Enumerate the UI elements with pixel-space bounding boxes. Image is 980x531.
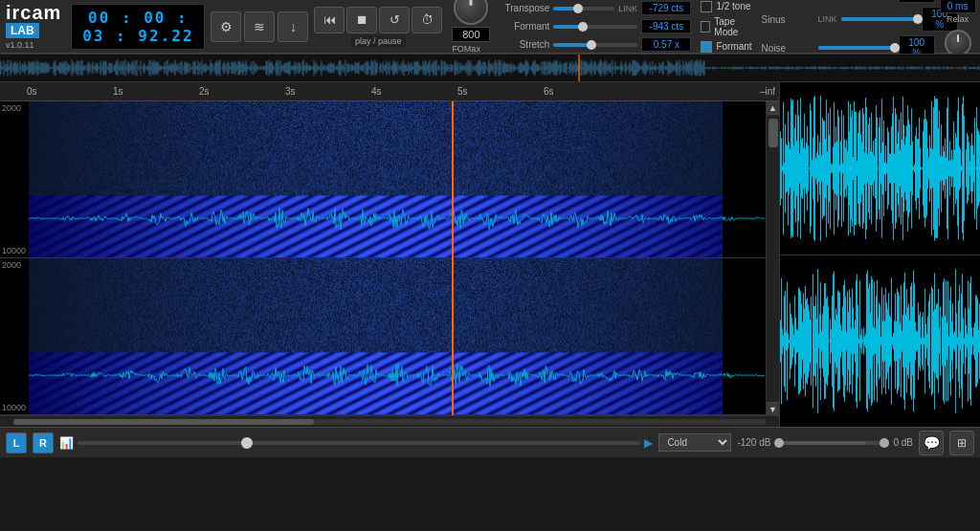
noise-track[interactable] (818, 46, 895, 50)
stop-button[interactable]: ⏹ (346, 7, 377, 33)
time-display: 00 : 00 : 03 : 92.22 (71, 4, 205, 50)
top-channel: 2000 10000 (0, 101, 766, 258)
db-left-thumb[interactable] (774, 438, 784, 448)
grid-button[interactable]: ⊞ (949, 431, 974, 455)
half-tone-label: 1/2 tone (716, 1, 750, 11)
formant-track[interactable] (553, 25, 637, 29)
formant-label: Formant (500, 21, 549, 32)
scroll-up-button[interactable]: ▲ (767, 101, 780, 115)
db-range: -120 dB 0 dB (737, 437, 913, 448)
relax-label: Relax (947, 14, 969, 24)
play-pause-label: play / pause (351, 35, 406, 47)
half-tone-checkbox[interactable] (701, 1, 712, 12)
db-right-label: 0 dB (893, 437, 913, 448)
loop-button[interactable]: ↺ (379, 7, 410, 33)
tick-2s: 2s (199, 86, 210, 97)
spectrograms[interactable]: 2000 10000 2000 10000 (0, 101, 766, 415)
db-right-thumb[interactable] (880, 438, 889, 448)
right-panel (779, 82, 980, 427)
sinus-label: Sinus (762, 14, 814, 25)
transpose-row: Transpose LINK -729 cts (500, 1, 691, 15)
tick-neg-inf: –inf (760, 86, 775, 97)
noise-label: Noise (762, 43, 814, 54)
scroll-down-button[interactable]: ▼ (767, 402, 780, 415)
bottom-scroll-thumb[interactable] (241, 437, 253, 449)
bottom-nav-area: 📊 ▶ (59, 436, 653, 450)
rewind-button[interactable]: ⏮ (314, 7, 345, 33)
sinus-link: LINK (818, 14, 837, 24)
right-bottom-channel (780, 254, 980, 427)
tick-3s: 3s (285, 86, 296, 97)
formant-checkbox-row: Formant (701, 41, 751, 53)
settings-button[interactable]: ⚙ (211, 11, 241, 42)
sinus-track[interactable] (841, 17, 918, 21)
half-tone-row: 1/2 tone (701, 1, 751, 12)
play-arrow-icon: ▶ (644, 436, 653, 450)
vertical-scrollbar[interactable]: ▲ ▼ (766, 101, 779, 415)
transport: ⏮ ⏹ ↺ ⏱ play / pause (314, 7, 442, 47)
stretch-value: 0.57 x (641, 37, 691, 52)
spec-canvas-bottom (0, 258, 766, 414)
logo-area: ircam LAB v1.0.11 (6, 3, 61, 50)
logo-text: ircam (6, 3, 61, 22)
timeline-area: 0s 1s 2s 3s 4s 5s 6s –inf 2000 10000 (0, 82, 779, 427)
right-waveform (780, 82, 980, 427)
sinus-row: Sinus LINK 100 % (762, 7, 934, 32)
timeline-ruler: 0s 1s 2s 3s 4s 5s 6s –inf (0, 82, 779, 101)
tick-0s: 0s (27, 86, 37, 97)
fomax-value[interactable]: 800 (452, 27, 490, 42)
logo-lab: LAB (6, 23, 39, 38)
transient-row: Transient 100 % (762, 0, 934, 3)
right-top-canvas (780, 82, 980, 254)
colormap-select[interactable]: Cold Hot Grayscale (658, 433, 731, 452)
waves-button[interactable]: ≋ (244, 11, 275, 42)
l-channel-button[interactable]: L (6, 432, 27, 454)
spec-scroll-container: 2000 10000 2000 10000 ▲ (0, 101, 779, 415)
db-track[interactable] (774, 441, 889, 445)
transport-buttons: ⏮ ⏹ ↺ ⏱ (314, 7, 442, 33)
overview-playhead (578, 55, 580, 81)
formant-value: -943 cts (641, 19, 691, 33)
horizontal-scrollbar[interactable] (0, 415, 779, 427)
relax-value: 0 ms (940, 0, 976, 13)
nav-icon: 📊 (59, 436, 74, 450)
bottom-channel: 2000 10000 (0, 258, 766, 415)
bottom-scroll-track[interactable] (78, 441, 640, 445)
sliders-panel: Transpose LINK -729 cts Formant -943 cts… (500, 1, 691, 52)
stretch-label: Stretch (500, 39, 549, 50)
tick-1s: 1s (113, 86, 123, 97)
tick-5s: 5s (457, 86, 468, 97)
formant-checkbox[interactable] (701, 41, 712, 53)
stretch-row: Stretch 0.57 x (500, 37, 691, 52)
bottom-bar: L R 📊 ▶ Cold Hot Grayscale -120 dB 0 dB … (0, 427, 980, 457)
h-scroll-thumb[interactable] (13, 419, 314, 425)
tick-4s: 4s (371, 86, 382, 97)
formant-check-label: Formant (716, 41, 751, 52)
overview-canvas (0, 55, 980, 81)
right-bottom-canvas (780, 255, 980, 427)
checkboxes-panel: 1/2 tone Tape Mode Formant (701, 1, 751, 53)
tape-mode-checkbox[interactable] (701, 21, 710, 33)
transpose-track[interactable] (553, 7, 614, 11)
fomax-knob[interactable] (454, 0, 488, 25)
chat-button[interactable]: 💬 (919, 431, 944, 455)
transpose-label: Transpose (500, 3, 549, 13)
r-channel-button[interactable]: R (33, 432, 54, 454)
scroll-thumb[interactable] (768, 119, 778, 147)
tick-6s: 6s (544, 86, 554, 97)
download-button[interactable]: ↓ (278, 11, 308, 42)
transpose-value: -729 cts (641, 1, 691, 15)
tape-mode-label: Tape Mode (714, 16, 751, 37)
tape-mode-row: Tape Mode (701, 16, 751, 37)
action-buttons: ⚙ ≋ ↓ (211, 11, 308, 42)
waveform-overview[interactable] (0, 54, 980, 82)
error-knob[interactable] (945, 30, 971, 56)
version-label: v1.0.11 (6, 40, 34, 50)
scroll-thumb-area (767, 115, 779, 402)
right-top-channel (780, 82, 980, 254)
transient-value: 100 % (899, 0, 935, 3)
stretch-track[interactable] (553, 43, 637, 47)
formant-row: Formant -943 cts (500, 19, 691, 33)
record-button[interactable]: ⏱ (412, 7, 442, 33)
main-area: 0s 1s 2s 3s 4s 5s 6s –inf 2000 10000 (0, 82, 980, 427)
